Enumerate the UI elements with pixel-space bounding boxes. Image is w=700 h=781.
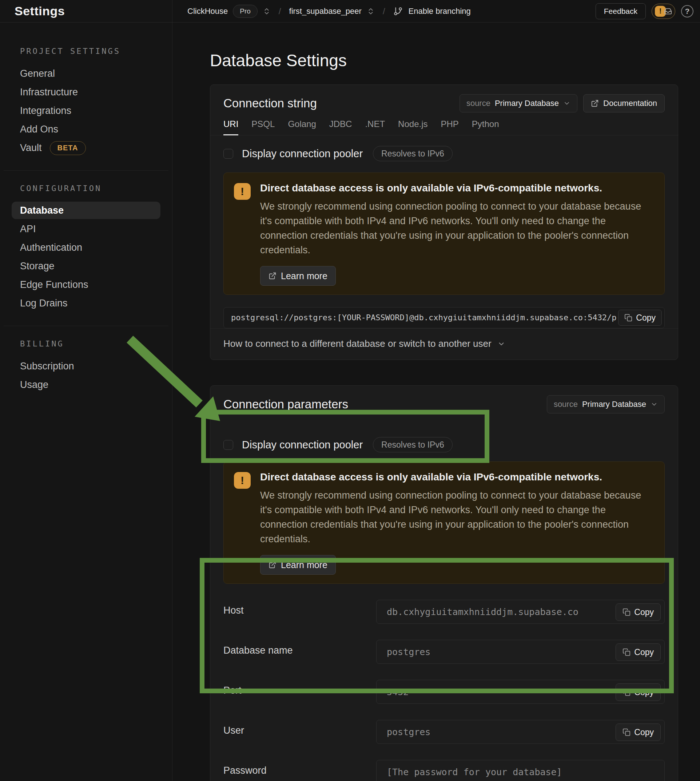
source-value: Primary Database [582,400,646,409]
breadcrumb-org[interactable]: ClickHouse [187,7,228,16]
user-value: postgres [377,727,500,737]
breadcrumb-separator: / [276,6,284,17]
enable-branching-button[interactable]: Enable branching [408,7,471,16]
copy-port-button[interactable]: Copy [616,683,661,701]
sidebar-item-api[interactable]: API [12,220,160,239]
sidebar-item-infrastructure[interactable]: Infrastructure [12,83,160,102]
source-select[interactable]: source Primary Database [460,94,577,112]
password-field[interactable]: [The password for your database] [376,760,665,781]
sidebar-divider [3,326,168,326]
sidebar-item-label: Edge Functions [20,279,88,290]
sidebar-item-subscription[interactable]: Subscription [12,357,160,375]
external-link-icon [268,272,277,280]
sidebar-item-general[interactable]: General [12,64,160,83]
learn-more-button[interactable]: Learn more [260,266,336,286]
sidebar-item-database[interactable]: Database [12,202,160,219]
connection-string-title: Connection string [223,97,317,110]
header-left: Settings [0,0,172,23]
main-content: Database Settings Connection string sour… [172,23,700,781]
source-label: source [554,400,578,409]
user-field[interactable]: postgres Copy [376,720,665,744]
copy-icon [623,728,630,736]
sidebar-item-label: Usage [20,379,48,390]
inbox-icon [664,7,672,15]
tab-uri[interactable]: URI [223,119,238,135]
copy-database-name-button[interactable]: Copy [616,643,661,661]
connection-string-body: Display connection pooler Resolves to IP… [210,135,678,328]
sidebar-item-vault[interactable]: Vault BETA [12,139,160,157]
sidebar-item-storage[interactable]: Storage [12,257,160,275]
left-column: Settings PROJECT SETTINGS General Infras… [0,0,172,781]
sidebar-heading-project-settings: PROJECT SETTINGS [12,47,160,56]
sidebar-section-project-settings: PROJECT SETTINGS General Infrastructure … [0,47,172,157]
tab-php[interactable]: PHP [441,119,458,135]
sidebar-item-edge-functions[interactable]: Edge Functions [12,275,160,294]
source-select[interactable]: source Primary Database [547,395,665,414]
copy-host-button[interactable]: Copy [616,603,661,621]
password-row: Password [The password for your database… [223,760,665,781]
chevron-down-icon [563,100,570,107]
tab-python[interactable]: Python [472,119,499,135]
connection-string-card: Connection string source Primary Databas… [210,84,678,360]
sidebar: PROJECT SETTINGS General Infrastructure … [0,23,172,394]
sidebar-item-label: API [20,224,36,235]
ipv6-warning-banner: ! Direct database access is only availab… [223,461,665,584]
password-placeholder: [The password for your database] [377,767,631,778]
documentation-button[interactable]: Documentation [583,94,665,112]
notifications-button[interactable]: ! [652,3,675,19]
host-value: db.cxhygiuitamxhniiddjm.supabase.co [377,607,648,617]
chevron-down-icon [497,340,505,348]
sidebar-heading-configuration: CONFIGURATION [12,184,160,193]
connection-string-header: Connection string source Primary Databas… [210,85,678,112]
tab-dotnet[interactable]: .NET [365,119,385,135]
sidebar-item-label: Database [20,205,64,216]
sidebar-heading-billing: BILLING [12,339,160,348]
sidebar-item-label: Add Ons [20,124,58,135]
display-connection-pooler-checkbox[interactable] [223,440,233,450]
sidebar-item-label: Log Drains [20,298,68,309]
tab-jdbc[interactable]: JDBC [329,119,352,135]
database-name-field[interactable]: postgres Copy [376,640,665,664]
chevrons-up-down-icon[interactable] [367,7,375,15]
copy-icon [623,648,630,656]
sidebar-item-usage[interactable]: Usage [12,375,160,394]
feedback-button[interactable]: Feedback [596,3,646,19]
connection-uri-field[interactable]: postgresql://postgres:[YOUR-PASSWORD]@db… [223,307,665,328]
copy-label: Copy [634,688,654,697]
sidebar-item-add-ons[interactable]: Add Ons [12,120,160,139]
chevrons-up-down-icon[interactable] [263,7,271,15]
display-connection-pooler-label: Display connection pooler [242,148,363,160]
warning-icon: ! [234,183,251,200]
copy-uri-button[interactable]: Copy [618,310,662,326]
display-connection-pooler-checkbox[interactable] [223,149,233,159]
host-field[interactable]: db.cxhygiuitamxhniiddjm.supabase.co Copy [376,600,665,624]
copy-user-button[interactable]: Copy [616,724,661,741]
connection-help-expander[interactable]: How to connect to a different database o… [210,328,678,360]
breadcrumb-project[interactable]: first_supabase_peer [289,7,362,16]
help-button[interactable]: ? [681,5,693,17]
port-field[interactable]: 5432 Copy [376,680,665,704]
question-mark-icon: ? [685,7,690,16]
warning-title: Direct database access is only available… [260,182,650,195]
copy-icon [623,688,630,696]
connection-parameters-body: Display connection pooler Resolves to IP… [210,414,678,781]
host-row: Host db.cxhygiuitamxhniiddjm.supabase.co… [223,600,665,624]
external-link-icon [268,561,277,569]
source-value: Primary Database [495,98,559,108]
tab-psql[interactable]: PSQL [252,119,275,135]
plan-badge[interactable]: Pro [233,5,258,18]
display-connection-pooler-row: Display connection pooler Resolves to IP… [223,145,665,162]
sidebar-item-integrations[interactable]: Integrations [12,102,160,120]
tab-nodejs[interactable]: Node.js [398,119,427,135]
sidebar-item-log-drains[interactable]: Log Drains [12,294,160,313]
warning-title: Direct database access is only available… [260,471,650,484]
learn-more-button[interactable]: Learn more [260,555,336,575]
warning-body: We strongly recommend using connection p… [260,199,650,257]
sidebar-item-authentication[interactable]: Authentication [12,239,160,257]
external-link-icon [591,99,599,107]
database-settings-title: Database Settings [210,50,678,71]
database-name-value: postgres [377,647,500,657]
database-name-row: Database name postgres Copy [223,640,665,664]
tab-golang[interactable]: Golang [288,119,316,135]
port-row: Port 5432 Copy [223,680,665,704]
